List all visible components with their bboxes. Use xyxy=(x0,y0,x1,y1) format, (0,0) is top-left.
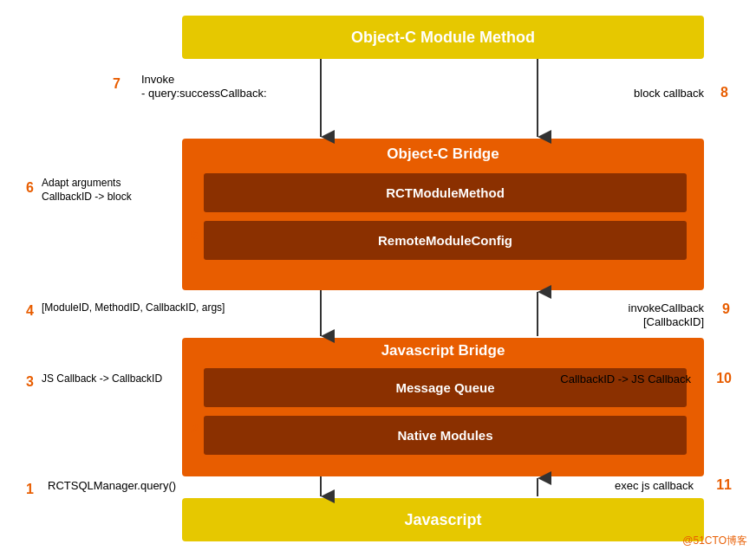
step10-number: 10 xyxy=(716,371,732,386)
step6-number: 6 xyxy=(26,180,34,196)
step9-text2: [CallbackID] xyxy=(643,315,704,328)
step8-text: block callback xyxy=(634,87,704,100)
step5-number: 5 xyxy=(191,227,199,243)
step6-text2: CallbackID -> block xyxy=(42,191,132,203)
step4-text: [ModuleID, MethodID, CallbackID, args] xyxy=(42,301,225,314)
objc-bridge-label: Object-C Bridge xyxy=(182,146,704,163)
step4-number: 4 xyxy=(26,303,34,319)
rct-module-label: RCTModuleMethod xyxy=(386,185,505,200)
box-rct-module: RCTModuleMethod xyxy=(204,173,687,212)
step1-text: RCTSQLManager.query() xyxy=(48,479,176,492)
step11-number: 11 xyxy=(716,477,732,493)
diagram-container: Object-C Module Method Object-C Bridge R… xyxy=(0,0,756,557)
message-queue-label: Message Queue xyxy=(395,380,494,395)
step3-number: 3 xyxy=(26,374,34,390)
step2-number: 2 xyxy=(191,422,199,437)
remote-config-label: RemoteModuleConfig xyxy=(378,233,512,248)
objc-module-label: Object-C Module Method xyxy=(351,29,535,47)
step9-number: 9 xyxy=(722,301,730,317)
step7-number: 7 xyxy=(113,76,121,92)
step7-text1: Invoke xyxy=(141,73,174,86)
box-objc-module: Object-C Module Method xyxy=(182,16,704,59)
box-remote-config: RemoteModuleConfig xyxy=(204,221,687,260)
step3-text: JS Callback -> CallbackID xyxy=(42,372,162,385)
step10-text: CallbackID -> JS Callback xyxy=(560,372,691,385)
step9-text1: invokeCallback xyxy=(629,301,704,314)
box-javascript: Javascript xyxy=(182,498,704,541)
js-bridge-label: Javascript Bridge xyxy=(182,342,704,359)
step6-text1: Adapt arguments xyxy=(42,177,121,189)
step1-number: 1 xyxy=(26,482,34,497)
box-native-modules: Native Modules xyxy=(204,416,687,455)
native-modules-label: Native Modules xyxy=(397,428,492,443)
step8-number: 8 xyxy=(720,85,728,100)
step11-text: exec js callback xyxy=(615,479,694,492)
step7-text2: - query:successCallback: xyxy=(141,87,267,100)
watermark: @51CTO博客 xyxy=(682,534,747,548)
javascript-label: Javascript xyxy=(404,511,481,529)
